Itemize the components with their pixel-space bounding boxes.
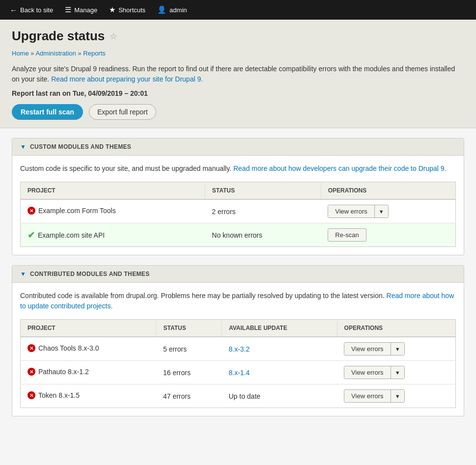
contrib-project-cell: Pathauto 8.x-1.2: [21, 361, 156, 384]
error-icon: [28, 344, 35, 352]
contrib-col-operations: OPERATIONS: [337, 320, 455, 337]
page-header: Upgrade status ☆ Home » Administration »…: [0, 20, 476, 128]
error-icon: [28, 207, 35, 215]
table-row: ✔ Example.com site API No known errors R…: [21, 223, 456, 247]
contrib-ops-cell: View errors ▼: [337, 384, 455, 408]
page-description: Analyze your site's Drupal 9 readiness. …: [12, 64, 464, 84]
contrib-project-cell: Chaos Tools 8.x-3.0: [21, 337, 156, 361]
view-errors-group: View errors ▼: [344, 389, 404, 403]
view-errors-button[interactable]: View errors: [328, 205, 374, 218]
view-errors-group: View errors ▼: [344, 342, 404, 356]
breadcrumb: Home » Administration » Reports: [12, 50, 464, 57]
table-row: Chaos Tools 8.x-3.0 5 errors 8.x-3.2 Vie…: [21, 337, 456, 361]
main-content: ▼ CUSTOM MODULES AND THEMES Custom code …: [0, 128, 476, 436]
export-report-button[interactable]: Export full report: [89, 104, 156, 120]
contrib-update-cell: 8.x-3.2: [222, 337, 337, 361]
contributed-table-header-row: PROJECT STATUS AVAILABLE UPDATE OPERATIO…: [21, 320, 456, 337]
project-name: Chaos Tools 8.x-3.0: [38, 344, 99, 352]
shortcuts-label: Shortcuts: [118, 6, 145, 14]
back-icon: ←: [10, 6, 17, 14]
restart-scan-button[interactable]: Restart full scan: [12, 104, 83, 120]
custom-col-operations: OPERATIONS: [321, 182, 455, 200]
custom-project-cell: ✔ Example.com site API: [21, 223, 205, 247]
contributed-section-title: CONTRIBUTED MODULES AND THEMES: [30, 271, 150, 277]
view-errors-group: View errors ▼: [344, 366, 404, 379]
top-nav: ← Back to site ☰ Manage ★ Shortcuts 👤 ad…: [0, 0, 476, 20]
bookmark-icon[interactable]: ☆: [110, 31, 117, 42]
collapse-custom-icon[interactable]: ▼: [20, 143, 26, 150]
table-row: Pathauto 8.x-1.2 16 errors 8.x-1.4 View …: [21, 361, 456, 384]
custom-status-cell: No known errors: [205, 223, 321, 247]
contrib-ops-cell: View errors ▼: [337, 337, 455, 361]
back-to-site-label: Back to site: [20, 6, 53, 14]
contributed-table-head: PROJECT STATUS AVAILABLE UPDATE OPERATIO…: [21, 320, 456, 337]
project-name: Token 8.x-1.5: [38, 391, 80, 399]
admin-label: admin: [169, 6, 187, 14]
contrib-status-cell: 5 errors: [156, 337, 222, 361]
manage-link[interactable]: ☰ Manage: [60, 2, 102, 17]
rescan-button[interactable]: Re-scan: [328, 228, 366, 242]
custom-section-body: Custom code is specific to your site, an…: [12, 156, 464, 255]
contributed-table-body: Chaos Tools 8.x-3.0 5 errors 8.x-3.2 Vie…: [21, 337, 456, 408]
report-last-ran: Report last ran on Tue, 04/09/2019 – 20:…: [12, 89, 464, 97]
contributed-section: ▼ CONTRIBUTED MODULES AND THEMES Contrib…: [12, 265, 464, 416]
custom-col-status: STATUS: [205, 182, 321, 200]
custom-info-text: Custom code is specific to your site, an…: [20, 164, 456, 174]
contributed-section-body: Contributed code is available from drupa…: [12, 283, 464, 416]
view-errors-button[interactable]: View errors: [344, 343, 391, 355]
custom-project-cell: Example.com Form Tools: [21, 199, 205, 223]
custom-table: PROJECT STATUS OPERATIONS Example.com Fo…: [20, 182, 456, 247]
contrib-col-update: AVAILABLE UPDATE: [222, 320, 337, 337]
breadcrumb-home[interactable]: Home: [12, 50, 29, 57]
description-link[interactable]: Read more about preparing your site for …: [51, 75, 203, 83]
admin-link[interactable]: 👤 admin: [152, 2, 192, 17]
custom-col-project: PROJECT: [21, 182, 205, 200]
error-icon: [28, 391, 35, 399]
project-name: Pathauto 8.x-1.2: [38, 368, 89, 376]
view-errors-button[interactable]: View errors: [344, 390, 391, 402]
contrib-info-static: Contributed code is available from drupa…: [20, 292, 385, 300]
custom-status-cell: 2 errors: [205, 199, 321, 223]
star-nav-icon: ★: [109, 5, 115, 14]
page-title: Upgrade status: [12, 28, 105, 44]
breadcrumb-admin[interactable]: Administration: [35, 50, 76, 57]
custom-info-link[interactable]: Read more about how developers can upgra…: [233, 164, 447, 172]
view-errors-button[interactable]: View errors: [344, 366, 391, 379]
shortcuts-link[interactable]: ★ Shortcuts: [104, 2, 150, 17]
custom-section-header: ▼ CUSTOM MODULES AND THEMES: [12, 138, 464, 156]
view-errors-group: View errors ▼: [328, 205, 388, 218]
dropdown-arrow-button[interactable]: ▼: [391, 390, 404, 402]
breadcrumb-reports[interactable]: Reports: [83, 50, 106, 57]
ok-icon: ✔: [28, 230, 35, 241]
table-row: Token 8.x-1.5 47 errors Up to date View …: [21, 384, 456, 408]
custom-section-title: CUSTOM MODULES AND THEMES: [30, 143, 131, 150]
custom-section: ▼ CUSTOM MODULES AND THEMES Custom code …: [12, 138, 464, 255]
custom-table-body: Example.com Form Tools 2 errors View err…: [21, 199, 456, 247]
update-link[interactable]: 8.x-1.4: [228, 369, 250, 377]
dropdown-arrow-button[interactable]: ▼: [374, 205, 388, 218]
manage-label: Manage: [74, 6, 97, 14]
collapse-contrib-icon[interactable]: ▼: [20, 271, 26, 277]
manage-icon: ☰: [65, 5, 71, 14]
contrib-status-cell: 16 errors: [156, 361, 222, 384]
dropdown-arrow-button[interactable]: ▼: [391, 343, 404, 355]
custom-info-static: Custom code is specific to your site, an…: [20, 164, 231, 172]
user-icon: 👤: [157, 5, 167, 14]
project-name: Example.com site API: [38, 231, 105, 239]
contributed-table: PROJECT STATUS AVAILABLE UPDATE OPERATIO…: [20, 319, 456, 408]
page-title-row: Upgrade status ☆: [12, 28, 464, 44]
custom-ops-cell: Re-scan: [321, 223, 455, 247]
update-link[interactable]: 8.x-3.2: [228, 345, 250, 353]
custom-table-header-row: PROJECT STATUS OPERATIONS: [21, 182, 456, 200]
action-buttons: Restart full scan Export full report: [12, 104, 464, 120]
dropdown-arrow-button[interactable]: ▼: [391, 366, 404, 379]
custom-ops-cell: View errors ▼: [321, 199, 455, 223]
contrib-status-cell: 47 errors: [156, 384, 222, 408]
contrib-col-status: STATUS: [156, 320, 222, 337]
error-icon: [28, 368, 35, 376]
project-name: Example.com Form Tools: [38, 207, 116, 215]
contributed-info-text: Contributed code is available from drupa…: [20, 291, 456, 311]
back-to-site-link[interactable]: ← Back to site: [5, 3, 58, 17]
contrib-project-cell: Token 8.x-1.5: [21, 384, 156, 408]
contrib-update-cell: Up to date: [222, 384, 337, 408]
